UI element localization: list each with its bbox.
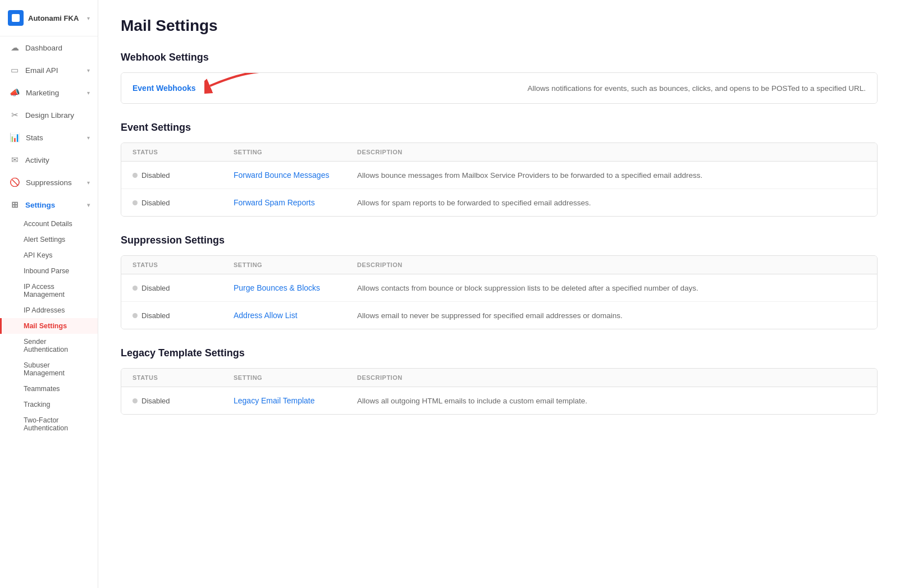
- main-content: Mail Settings Webhook Settings Event Web…: [98, 0, 900, 588]
- webhook-settings-card: Event Webhooks Allows notifications for …: [121, 72, 878, 104]
- setting-description: Allows bounce messages from Mailbox Serv…: [357, 171, 866, 180]
- suppression-settings-title: Suppression Settings: [121, 235, 878, 246]
- legacy-template-settings-section: Legacy Template Settings STATUS SETTING …: [121, 347, 878, 415]
- sidebar-item-email-api[interactable]: ▭ Email API ▾: [0, 59, 98, 81]
- status-dot: [133, 398, 138, 403]
- sidebar-item-label: Suppressions: [26, 178, 81, 187]
- sidebar-item-subuser-management[interactable]: Subuser Management: [0, 357, 98, 381]
- status-text: Disabled: [141, 171, 170, 180]
- sidebar-item-suppressions[interactable]: 🚫 Suppressions ▾: [0, 171, 98, 194]
- table-row: Disabled Forward Bounce Messages Allows …: [121, 162, 877, 189]
- sidebar-item-label: Activity: [25, 156, 90, 164]
- suppression-settings-section: Suppression Settings STATUS SETTING DESC…: [121, 235, 878, 329]
- col-status: STATUS: [133, 374, 234, 381]
- sidebar-item-alert-settings[interactable]: Alert Settings: [0, 232, 98, 247]
- webhook-description: Allows notifications for events, such as…: [196, 84, 866, 93]
- sidebar-item-teammates[interactable]: Teammates: [0, 381, 98, 397]
- sidebar-item-mail-settings[interactable]: Mail Settings: [0, 318, 98, 334]
- setting-description: Allows email to never be suppressed for …: [357, 311, 866, 320]
- col-description: DESCRIPTION: [357, 149, 866, 155]
- setting-description: Allows contacts from bounce or block sup…: [357, 284, 866, 292]
- suppressions-icon: 🚫: [10, 177, 20, 187]
- sidebar-item-two-factor-authentication[interactable]: Two-Factor Authentication: [0, 412, 98, 436]
- setting-description: Allows for spam reports to be forwarded …: [357, 199, 866, 207]
- sidebar-item-settings[interactable]: ⊞ Settings ▾: [0, 194, 98, 216]
- status-text: Disabled: [141, 311, 170, 320]
- col-setting: SETTING: [234, 149, 357, 155]
- webhook-settings-section: Webhook Settings Event Webhooks A: [121, 52, 878, 104]
- col-status: STATUS: [133, 261, 234, 268]
- legacy-email-template-link[interactable]: Legacy Email Template: [234, 396, 357, 405]
- sidebar-item-inbound-parse[interactable]: Inbound Parse: [0, 263, 98, 279]
- table-row: Disabled Purge Bounces & Blocks Allows c…: [121, 274, 877, 302]
- col-description: DESCRIPTION: [357, 261, 866, 268]
- sidebar-item-design-library[interactable]: ✂ Design Library: [0, 104, 98, 126]
- setting-description: Allows all outgoing HTML emails to inclu…: [357, 397, 866, 405]
- status-badge: Disabled: [133, 171, 234, 180]
- table-row: Disabled Legacy Email Template Allows al…: [121, 387, 877, 414]
- table-row: Disabled Forward Spam Reports Allows for…: [121, 189, 877, 216]
- legacy-settings-header: STATUS SETTING DESCRIPTION: [121, 369, 877, 387]
- sidebar-item-tracking[interactable]: Tracking: [0, 397, 98, 412]
- sidebar-item-activity[interactable]: ✉ Activity: [0, 149, 98, 171]
- app-logo: [8, 10, 24, 26]
- suppression-settings-card: STATUS SETTING DESCRIPTION Disabled Purg…: [121, 255, 878, 329]
- forward-spam-reports-link[interactable]: Forward Spam Reports: [234, 198, 357, 207]
- col-description: DESCRIPTION: [357, 374, 866, 381]
- sidebar-item-ip-access-management[interactable]: IP Access Management: [0, 279, 98, 302]
- status-dot: [133, 286, 138, 291]
- arrow-annotation: Event Webhooks: [133, 83, 196, 93]
- col-setting: SETTING: [234, 261, 357, 268]
- chevron-right-icon: ▾: [87, 90, 90, 96]
- sidebar-item-label: Design Library: [25, 111, 90, 120]
- legacy-template-settings-card: STATUS SETTING DESCRIPTION Disabled Lega…: [121, 368, 878, 415]
- sidebar-item-dashboard[interactable]: ☁ Dashboard: [0, 36, 98, 59]
- chevron-right-icon: ▾: [87, 67, 90, 74]
- status-badge: Disabled: [133, 284, 234, 292]
- org-switcher[interactable]: Autonami FKA ▾: [0, 0, 98, 36]
- sidebar-item-label: Email API: [25, 66, 81, 75]
- chevron-right-icon: ▾: [87, 135, 90, 141]
- sidebar-item-label: Dashboard: [25, 44, 90, 52]
- dashboard-icon: ☁: [10, 43, 20, 53]
- sidebar-item-marketing[interactable]: 📣 Marketing ▾: [0, 81, 98, 104]
- sidebar-item-api-keys[interactable]: API Keys: [0, 247, 98, 263]
- email-api-icon: ▭: [10, 65, 20, 75]
- suppression-settings-header: STATUS SETTING DESCRIPTION: [121, 256, 877, 274]
- table-row: Disabled Address Allow List Allows email…: [121, 302, 877, 329]
- activity-icon: ✉: [10, 155, 20, 165]
- chevron-down-icon: ▾: [87, 15, 90, 21]
- col-setting: SETTING: [234, 374, 357, 381]
- col-status: STATUS: [133, 149, 234, 155]
- sidebar: Autonami FKA ▾ ☁ Dashboard ▭ Email API ▾…: [0, 0, 98, 588]
- forward-bounce-messages-link[interactable]: Forward Bounce Messages: [234, 171, 357, 180]
- marketing-icon: 📣: [10, 88, 20, 98]
- settings-icon: ⊞: [10, 200, 20, 210]
- sidebar-item-label: Settings: [25, 201, 81, 209]
- sidebar-item-ip-addresses[interactable]: IP Addresses: [0, 302, 98, 318]
- status-badge: Disabled: [133, 397, 234, 405]
- stats-icon: 📊: [10, 132, 20, 143]
- sidebar-item-account-details[interactable]: Account Details: [0, 216, 98, 232]
- legacy-template-settings-title: Legacy Template Settings: [121, 347, 878, 359]
- design-library-icon: ✂: [10, 110, 20, 120]
- event-settings-section: Event Settings STATUS SETTING DESCRIPTIO…: [121, 122, 878, 217]
- sidebar-item-sender-authentication[interactable]: Sender Authentication: [0, 334, 98, 357]
- purge-bounces-blocks-link[interactable]: Purge Bounces & Blocks: [234, 283, 357, 292]
- event-webhooks-link[interactable]: Event Webhooks: [133, 84, 196, 93]
- status-text: Disabled: [141, 284, 170, 292]
- event-settings-title: Event Settings: [121, 122, 878, 134]
- event-settings-header: STATUS SETTING DESCRIPTION: [121, 143, 877, 162]
- status-text: Disabled: [141, 397, 170, 405]
- webhook-settings-title: Webhook Settings: [121, 52, 878, 63]
- sidebar-item-label: Stats: [26, 134, 81, 142]
- org-name: Autonami FKA: [28, 14, 79, 22]
- status-dot: [133, 173, 138, 178]
- event-settings-card: STATUS SETTING DESCRIPTION Disabled Forw…: [121, 143, 878, 217]
- status-badge: Disabled: [133, 199, 234, 207]
- sidebar-item-stats[interactable]: 📊 Stats ▾: [0, 126, 98, 149]
- status-badge: Disabled: [133, 311, 234, 320]
- status-text: Disabled: [141, 199, 170, 207]
- event-webhooks-row: Event Webhooks Allows notifications for …: [121, 73, 877, 103]
- address-allow-list-link[interactable]: Address Allow List: [234, 311, 357, 320]
